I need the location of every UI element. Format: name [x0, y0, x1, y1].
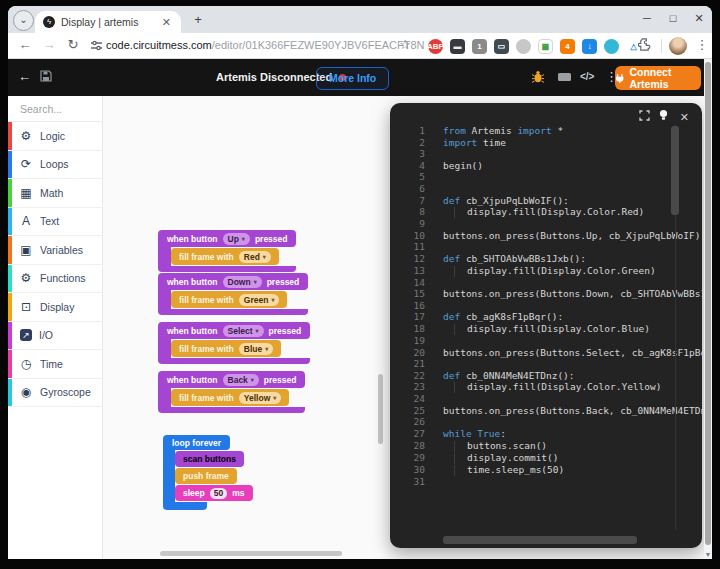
more-info-button[interactable]: More Info — [316, 67, 389, 90]
code-line: 11 — [390, 241, 702, 253]
event-block-select[interactable]: when buttonSelect▾pressedfill frame with… — [158, 322, 310, 364]
close-button[interactable]: ✕ — [690, 12, 708, 25]
page-scrollbar[interactable]: ▼ — [704, 59, 712, 559]
line-number: 26 — [390, 416, 425, 428]
sleep-block[interactable]: sleep50ms — [175, 485, 253, 501]
search-input[interactable] — [8, 96, 102, 122]
line-number: 12 — [390, 253, 425, 265]
adblock-icon[interactable]: ABP — [428, 39, 443, 54]
scrollbar-down-arrow-icon[interactable]: ▼ — [704, 551, 712, 558]
sidebar-item-loops[interactable]: ⟳Loops — [8, 151, 102, 180]
code-text: buttons.on_press(Buttons.Select, cb_agK8… — [443, 347, 702, 359]
url-host: code.circuitmess.com — [106, 39, 212, 51]
save-icon[interactable] — [40, 70, 52, 82]
browser-menu-icon[interactable]: ⋮ — [693, 36, 711, 54]
address-bar[interactable]: code.circuitmess.com/editor/01K366FEZWE9… — [106, 39, 425, 51]
screenshot-extension-icon[interactable]: ▦ — [538, 39, 553, 54]
fullscreen-icon[interactable] — [639, 110, 650, 121]
chat-extension-icon[interactable]: ▭ — [494, 39, 509, 54]
tab-close-icon[interactable]: ✕ — [160, 16, 173, 29]
code-line: 17def cb_agK8sF1pBqr(): — [390, 311, 702, 323]
button-dropdown[interactable]: Up▾ — [223, 233, 250, 245]
pie-extension-icon[interactable] — [604, 39, 619, 54]
code-line: 8display.fill(Display.Color.Red) — [390, 206, 702, 218]
fill-frame-block[interactable]: fill frame withYellow▾ — [171, 389, 289, 406]
code-editor[interactable]: 1from Artemis import *2import time34begi… — [390, 125, 702, 530]
debug-bug-icon[interactable] — [531, 70, 545, 84]
sidebar-item-logic[interactable]: ⚙Logic — [8, 122, 102, 151]
browser-tab[interactable]: ϟ Display | artemis ✕ — [35, 11, 181, 33]
maximize-button[interactable]: □ — [664, 12, 682, 24]
category-color-bar — [8, 151, 12, 179]
reload-icon[interactable]: ↻ — [64, 36, 82, 54]
onetab-icon[interactable]: 1 — [472, 39, 487, 54]
button-dropdown[interactable]: Down▾ — [223, 276, 262, 288]
app-back-icon[interactable]: ← — [18, 69, 31, 84]
console-monitor-icon[interactable] — [557, 72, 572, 83]
loop-forever-block[interactable]: loop foreverscan buttonspush framesleep5… — [163, 435, 253, 510]
code-line: 5 — [390, 171, 702, 183]
sidebar-item-gyroscope[interactable]: ◉Gyroscope — [8, 379, 102, 408]
sidebar-item-variables[interactable]: ▣Variables — [8, 236, 102, 265]
sidebar-item-text[interactable]: AText — [8, 208, 102, 237]
page-scrollbar-thumb[interactable] — [705, 62, 711, 545]
code-panel: ✕ 1from Artemis import *2import time34be… — [390, 103, 702, 548]
line-number: 20 — [390, 347, 425, 359]
when-button-block[interactable]: when buttonSelect▾pressed — [158, 322, 310, 339]
category-label: Variables — [40, 244, 83, 256]
event-block-down[interactable]: when buttonDown▾pressedfill frame withGr… — [158, 273, 308, 315]
line-number: 14 — [390, 277, 425, 289]
code-panel-close-icon[interactable]: ✕ — [680, 111, 689, 124]
canvas-vertical-scrollbar[interactable] — [378, 374, 383, 444]
tab-title: Display | artemis — [61, 16, 160, 28]
when-button-block[interactable]: when buttonDown▾pressed — [158, 273, 308, 290]
sidebar-item-math[interactable]: ▦Math — [8, 179, 102, 208]
new-tab-button[interactable]: + — [190, 12, 206, 28]
sidebar-item-functions[interactable]: ⚙Functions — [8, 265, 102, 294]
forward-icon[interactable]: → — [40, 36, 58, 54]
sleep-value-field[interactable]: 50 — [210, 488, 227, 499]
tab-search-button[interactable]: ⌄ — [13, 10, 34, 31]
disabled-extension-icon[interactable] — [516, 39, 531, 54]
plug-icon — [615, 73, 624, 84]
extensions-puzzle-icon[interactable] — [638, 38, 656, 56]
fill-frame-block[interactable]: fill frame withGreen▾ — [171, 291, 287, 308]
profile-avatar[interactable] — [669, 37, 687, 55]
sidebar-item-display[interactable]: ⊡Display — [8, 293, 102, 322]
code-view-icon[interactable]: </> — [580, 71, 594, 82]
back-icon[interactable]: ← — [16, 36, 34, 54]
button-dropdown[interactable]: Back▾ — [223, 374, 259, 386]
dark-extension-icon[interactable]: ▬ — [450, 39, 465, 54]
editor-horizontal-scrollbar[interactable] — [443, 536, 637, 544]
event-block-up[interactable]: when buttonUp▾pressedfill frame withRed▾ — [158, 230, 296, 272]
connect-artemis-button[interactable]: Connect Artemis — [615, 66, 701, 90]
scan-buttons-block[interactable]: scan buttons — [175, 451, 244, 467]
fill-frame-block[interactable]: fill frame withBlue▾ — [171, 340, 281, 357]
push-frame-block[interactable]: push frame — [175, 468, 237, 484]
color-dropdown[interactable]: Green▾ — [239, 294, 280, 306]
browser-window: ⌄ ϟ Display | artemis ✕ + ─ □ ✕ ← → ↻ co… — [8, 6, 712, 559]
loop-header[interactable]: loop forever — [163, 435, 230, 450]
color-dropdown[interactable]: Red▾ — [239, 251, 271, 263]
toolbar-divider — [661, 39, 662, 53]
canvas-horizontal-scrollbar[interactable] — [160, 551, 342, 556]
fill-frame-block[interactable]: fill frame withRed▾ — [171, 248, 279, 265]
bookmark-star-icon[interactable]: ☆ — [396, 36, 414, 54]
when-button-block[interactable]: when buttonUp▾pressed — [158, 230, 296, 247]
button-dropdown[interactable]: Select▾ — [223, 325, 264, 337]
sidebar-item-io[interactable]: ↗I/O — [8, 322, 102, 351]
text-icon: A — [19, 214, 33, 228]
editor-vertical-scrollbar[interactable] — [671, 126, 679, 215]
event-block-back[interactable]: when buttonBack▾pressedfill frame withYe… — [158, 371, 305, 413]
color-dropdown[interactable]: Blue▾ — [239, 343, 273, 355]
notifier-extension-icon[interactable]: 4 — [560, 39, 575, 54]
code-line: 27while True: — [390, 428, 702, 440]
sidebar-item-time[interactable]: ◷Time — [8, 350, 102, 379]
block-label: pressed — [267, 277, 300, 287]
minimize-button[interactable]: ─ — [638, 12, 656, 24]
downloader-extension-icon[interactable]: ↓ — [582, 39, 597, 54]
block-label: when button — [167, 375, 218, 385]
when-button-block[interactable]: when buttonBack▾pressed — [158, 371, 305, 388]
color-dropdown[interactable]: Yellow▾ — [239, 392, 281, 404]
lightbulb-icon[interactable] — [658, 109, 669, 121]
